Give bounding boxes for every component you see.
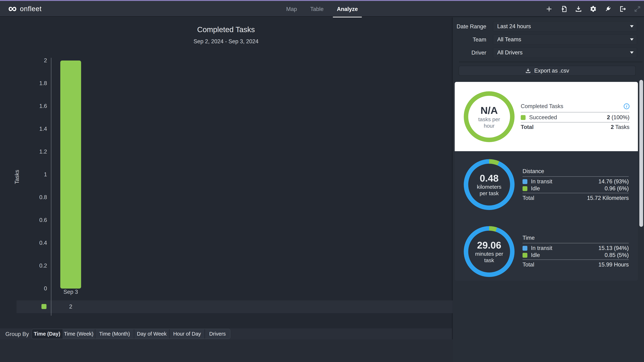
sidebar-divider: [459, 62, 642, 62]
settings-gear-icon[interactable]: [589, 5, 597, 13]
total-row: Total 15.99 Hours: [522, 261, 629, 268]
divider: [522, 259, 629, 260]
y-tick: 2: [28, 57, 47, 64]
card-title-row: Completed Tasks i: [521, 103, 630, 110]
group-by-time-day[interactable]: Time (Day): [32, 329, 62, 339]
group-by-segmented-control: Time (Day) Time (Week) Time (Month) Day …: [32, 329, 230, 339]
tab-map[interactable]: Map: [286, 1, 297, 18]
x-tick-label: Sep 3: [60, 289, 81, 295]
card-title-row: Distance: [522, 168, 629, 175]
y-tick: 0.2: [28, 262, 47, 269]
group-by-hour-of-day[interactable]: Hour of Day: [170, 329, 205, 339]
divider: [521, 112, 630, 112]
chevron-down-icon: [630, 52, 634, 54]
integrations-plug-icon[interactable]: [604, 5, 612, 13]
series-swatch: [42, 304, 46, 309]
team-label: Team: [453, 37, 486, 43]
sign-out-icon[interactable]: [618, 5, 627, 13]
export-csv-button[interactable]: Export as .csv: [459, 66, 636, 76]
bar-slot: [60, 61, 81, 288]
idle-row: Idle 0.85 (5%): [522, 252, 629, 258]
divider: [522, 193, 629, 193]
driver-label: Driver: [453, 50, 486, 56]
total-row: Total 2 Tasks: [521, 124, 630, 130]
y-tick: 1.8: [28, 80, 47, 87]
group-by-day-of-week[interactable]: Day of Week: [134, 329, 170, 339]
onfleet-analyze-page: ∞ onfleet Map Table Analyze: [0, 0, 644, 362]
divider: [522, 243, 629, 243]
card-title: Time: [522, 235, 535, 241]
header-actions: [545, 1, 642, 17]
metric-cards: N/A tasks perhour Completed Tasks i Succ…: [455, 82, 638, 281]
succeeded-row: Succeeded 2 (100%): [521, 114, 630, 121]
analyze-sidebar: Date Range Last 24 hours Team All Teams …: [453, 18, 644, 362]
group-by-bar: Group By Time (Day) Time (Week) Time (Mo…: [0, 328, 452, 339]
time-card[interactable]: 29.06 minutes pertask Time In transit 15…: [455, 216, 638, 281]
y-tick: 0.8: [28, 194, 47, 201]
y-tick: 0: [28, 285, 47, 292]
onfleet-logo[interactable]: ∞ onfleet: [8, 1, 42, 17]
tab-table[interactable]: Table: [310, 1, 324, 18]
y-axis-line: [51, 58, 51, 316]
date-range-label: Date Range: [453, 23, 486, 30]
bottom-band: [0, 339, 452, 362]
chart-title: Completed Tasks: [0, 25, 452, 34]
group-by-label: Group By: [6, 331, 29, 337]
y-tick: 1: [28, 171, 47, 178]
logo-text: onfleet: [20, 5, 42, 13]
in-transit-swatch: [522, 179, 527, 184]
tab-analyze[interactable]: Analyze: [337, 1, 358, 18]
info-icon[interactable]: i: [624, 103, 630, 109]
group-by-time-month[interactable]: Time (Month): [95, 329, 134, 339]
in-transit-row: In transit 15.13 (94%): [522, 245, 629, 251]
idle-swatch: [522, 186, 527, 191]
team-select[interactable]: All Teams: [493, 34, 637, 45]
distance-card[interactable]: 0.48 kilometersper task Distance In tran…: [455, 151, 638, 216]
donut-center-text: 29.06 minutes pertask: [468, 239, 510, 264]
group-by-time-week[interactable]: Time (Week): [62, 329, 95, 339]
tasks-bar: [60, 61, 81, 288]
y-tick: 0.6: [28, 217, 47, 223]
card-title: Completed Tasks: [521, 103, 563, 110]
chart-date-range: Sep 2, 2024 - Sep 3, 2024: [0, 38, 452, 45]
add-icon[interactable]: [545, 5, 553, 13]
y-tick: 1.4: [28, 126, 47, 132]
total-row: Total 15.72 Kilometers: [522, 195, 629, 201]
main-nav: Map Table Analyze: [286, 1, 358, 18]
in-transit-swatch: [522, 246, 527, 251]
chevron-down-icon: [630, 39, 634, 41]
completed-tasks-card[interactable]: N/A tasks perhour Completed Tasks i Succ…: [455, 82, 638, 151]
chart-panel: Completed Tasks Sep 2, 2024 - Sep 3, 202…: [0, 18, 452, 339]
chart-value-row: 2: [16, 300, 452, 313]
in-transit-row: In transit 14.76 (93%): [522, 178, 629, 185]
idle-row: Idle 0.96 (6%): [522, 185, 629, 192]
import-tasks-icon[interactable]: [560, 5, 568, 13]
infinity-logo-icon: ∞: [8, 3, 17, 14]
card-title: Distance: [522, 168, 544, 175]
date-range-select[interactable]: Last 24 hours: [493, 21, 637, 32]
y-tick: 1.2: [28, 149, 47, 155]
y-tick: 0.4: [28, 240, 47, 246]
expand-icon[interactable]: [633, 5, 642, 13]
succeeded-swatch: [521, 115, 526, 120]
y-axis-label: Tasks: [14, 170, 20, 184]
divider: [522, 176, 629, 177]
donut-center-text: 0.48 kilometersper task: [468, 173, 510, 197]
card-title-row: Time: [522, 235, 629, 241]
donut-center-text: N/A tasks perhour: [468, 105, 510, 129]
y-tick: 1.6: [28, 103, 47, 109]
chevron-down-icon: [630, 25, 634, 28]
download-icon[interactable]: [574, 5, 583, 13]
group-by-drivers[interactable]: Drivers: [205, 329, 230, 339]
top-bar: ∞ onfleet Map Table Analyze: [0, 1, 644, 17]
driver-select[interactable]: All Drivers: [493, 47, 637, 58]
series-value: 2: [60, 303, 81, 310]
divider: [521, 122, 630, 123]
download-icon: [525, 68, 531, 74]
scrollbar-thumb[interactable]: [639, 80, 643, 227]
idle-swatch: [522, 253, 527, 258]
